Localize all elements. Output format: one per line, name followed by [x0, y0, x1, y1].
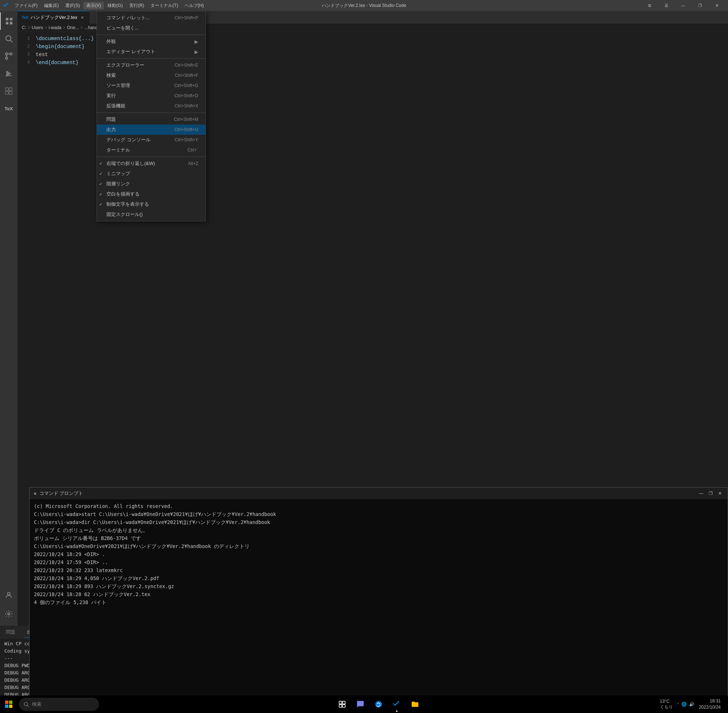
- svg-rect-27: [339, 705, 342, 707]
- tray-network[interactable]: 🌐: [682, 702, 687, 707]
- menu-word-wrap[interactable]: ✓ 右端での折り返し(&W) Alt+Z: [97, 158, 205, 169]
- weather-widget[interactable]: 13°C くもり: [657, 699, 676, 710]
- svg-rect-20: [9, 701, 12, 704]
- taskbar-apps: [100, 695, 657, 713]
- taskbar-vscode[interactable]: [388, 695, 405, 713]
- tray-volume[interactable]: 🔊: [689, 702, 695, 707]
- taskbar-explorer[interactable]: [406, 695, 424, 713]
- taskbar-chat[interactable]: [351, 695, 369, 713]
- check-breadcrumbs: ✓: [99, 182, 102, 186]
- svg-rect-28: [342, 705, 345, 707]
- menu-command-palette[interactable]: コマンド パレット... Ctrl+Shift+P: [97, 13, 205, 23]
- menu-problems[interactable]: 問題 Ctrl+Shift+M: [97, 114, 205, 125]
- svg-rect-21: [5, 705, 8, 708]
- weather-temp: 13°C: [660, 699, 670, 704]
- menu-source-control[interactable]: ソース管理 Ctrl+Shift+G: [97, 81, 205, 91]
- menu-breadcrumbs[interactable]: ✓ 階層リンク: [97, 179, 205, 189]
- taskbar-right: 13°C くもり ^ 🌐 🔊 18:31 2022/10/24: [657, 698, 728, 710]
- menu-editor-layout[interactable]: エディター レイアウト ▶: [97, 46, 205, 57]
- menu-sep-3: [97, 112, 205, 113]
- menu-appearance[interactable]: 外観 ▶: [97, 36, 205, 46]
- svg-rect-22: [9, 705, 12, 708]
- taskbar-edge[interactable]: [370, 695, 387, 713]
- menu-control-chars[interactable]: ✓ 制御文字を表示する: [97, 199, 205, 209]
- start-button[interactable]: [0, 695, 18, 713]
- svg-rect-26: [342, 701, 345, 704]
- vscode-active-indicator: [396, 710, 398, 712]
- dropdown-overlay[interactable]: コマンド パレット... Ctrl+Shift+P ビューを開く... 外観 ▶…: [0, 0, 728, 713]
- menu-render-whitespace[interactable]: ✓ 空白を描画する: [97, 189, 205, 199]
- check-whitespace: ✓: [99, 192, 102, 197]
- menu-explorer[interactable]: エクスプローラー Ctrl+Shift+E: [97, 60, 205, 70]
- view-menu: コマンド パレット... Ctrl+Shift+P ビューを開く... 外観 ▶…: [97, 11, 206, 221]
- tray-arrow[interactable]: ^: [677, 702, 679, 706]
- menu-search[interactable]: 検索 Ctrl+Shift+F: [97, 70, 205, 81]
- taskbar-search-box[interactable]: 検索: [19, 698, 99, 711]
- menu-sep-4: [97, 157, 205, 157]
- menu-sep-2: [97, 58, 205, 59]
- menu-run-item[interactable]: 実行 Ctrl+Shift+D: [97, 91, 205, 101]
- menu-terminal-item[interactable]: ターミナル Ctrl+`: [97, 145, 205, 155]
- svg-line-24: [27, 706, 29, 707]
- svg-point-23: [24, 703, 28, 706]
- menu-sep-1: [97, 34, 205, 35]
- clock-time: 18:31: [699, 698, 721, 704]
- menu-sticky-scroll[interactable]: 固定スクロール(): [97, 209, 205, 219]
- check-word-wrap: ✓: [99, 161, 102, 166]
- menu-extensions[interactable]: 拡張機能 Ctrl+Shift+X: [97, 101, 205, 111]
- menu-debug-console[interactable]: デバッグ コンソール Ctrl+Shift+Y: [97, 135, 205, 145]
- svg-point-29: [375, 701, 382, 707]
- svg-rect-25: [339, 701, 342, 704]
- weather-desc: くもり: [660, 704, 673, 710]
- menu-output[interactable]: 出力 Ctrl+Shift+U: [97, 125, 205, 135]
- taskbar: 検索: [0, 695, 728, 713]
- system-tray: ^ 🌐 🔊: [677, 702, 695, 707]
- svg-rect-19: [5, 701, 8, 704]
- taskbar-taskview[interactable]: [333, 695, 351, 713]
- menu-open-view[interactable]: ビューを開く...: [97, 23, 205, 33]
- taskbar-clock[interactable]: 18:31 2022/10/24: [696, 698, 724, 710]
- search-placeholder: 検索: [32, 701, 42, 707]
- menu-minimap[interactable]: ✓ ミニマップ: [97, 169, 205, 179]
- clock-date: 2022/10/24: [699, 704, 721, 710]
- check-minimap: ✓: [99, 172, 102, 176]
- check-control-chars: ✓: [99, 202, 102, 207]
